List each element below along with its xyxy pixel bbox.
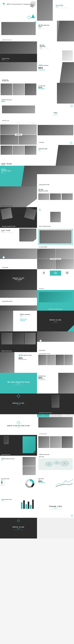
slide-three-picture[interactable]: THREE PICTURE SLIDE 85% xyxy=(0,83,37,104)
svg-point-4 xyxy=(49,464,49,464)
slide-garish[interactable]: GARISH GARISH PICTURE SLIDE xyxy=(37,248,74,269)
slide-together-1[interactable]: TOGETHER xyxy=(0,124,37,145)
slide-center-picture[interactable]: CENTER PICTURE SLIDE xyxy=(0,21,37,42)
slide-break-3[interactable]: BREAK SLIDE xyxy=(0,394,37,414)
slide-small-center[interactable]: SMALL CENTER PICTURE xyxy=(37,207,74,228)
slide-creative-team-3[interactable]: Portfolio WE ARE CREATIVE TEAM xyxy=(0,456,37,476)
slide-body-2: Lorem ipsum xyxy=(17,123,20,124)
slide-title: WE ARECREATIVE TEAM xyxy=(1,169,17,172)
slide-label: GARISH xyxy=(38,249,40,250)
slide-title: LEFT PICTURE xyxy=(56,5,73,6)
slide-row-25: COLUMN CHART SLIDE Lorem ipsum dolor sit… xyxy=(0,497,74,518)
slide-pie-chart[interactable]: PIE CHART SLIDE Category A Category B Ca… xyxy=(0,476,37,497)
slide-percent: 85% xyxy=(38,480,51,482)
slide-three-picture-dark[interactable]: THREE PICTURE SLIDE xyxy=(0,332,37,352)
slide-we-are-creative[interactable]: We Are WE ARE CREATIVE TEAM Lorem ipsum … xyxy=(37,21,74,42)
slide-picture-side[interactable]: Picture PICTURE SIDE 85% Lorem ipsum dol… xyxy=(37,373,74,394)
slide-creative-team-2[interactable]: Portfolio WE ARECREATIVE TEAM xyxy=(37,186,74,207)
slide-row-10: BREAK SLIDE PICTURE Portfolio WE ARECREA… xyxy=(0,186,74,207)
slide-map[interactable]: MAP SLIDE xyxy=(37,456,74,476)
slide-price[interactable]: BASIC $9 per month PRO $19 per month ENT… xyxy=(37,269,74,290)
slide-stat-2: Growth xyxy=(20,320,36,320)
slide-three-picture-white[interactable]: THREE PICTURE SLIDE xyxy=(37,435,74,456)
slide-we-are-creative-2[interactable]: Portfolio WE ARECREATIVE Lorem ipsum dol… xyxy=(37,42,74,62)
slide-title: BREAK SLIDE xyxy=(13,526,24,528)
slide-together-2[interactable]: TOGETHER xyxy=(37,124,74,145)
slide-body: Lorem ipsum dolor sit amet consectetur a… xyxy=(1,232,14,233)
slide-body-3: Lorem ipsum xyxy=(31,123,35,124)
slide-top-picture-2[interactable]: TOP PICTURE Lorem ipsum dolor sit amet xyxy=(37,332,74,352)
slide-title: SMALL CENTER PICTURE xyxy=(39,226,50,227)
svg-point-13 xyxy=(65,480,66,481)
logo-text: ROTI Presentation Template xyxy=(7,4,31,5)
slide-row-20: BREAK SLIDE MOCKUP BREAK SLIDE PICTURE xyxy=(0,394,74,414)
slide-left-picture[interactable]: Left Picture LEFT PICTURE Lorem ipsum do… xyxy=(37,0,74,21)
slide-horizontal-line[interactable]: Lorem ipsum Lorem ipsum Lorem ipsum HORI… xyxy=(0,104,37,124)
slide-percent: 97% xyxy=(38,86,54,88)
slide-cover[interactable]: ROTI Presentation Template xyxy=(0,0,37,21)
slide-title: PIE CHART SLIDE xyxy=(1,478,12,479)
slide-column-chart[interactable]: COLUMN CHART SLIDE Lorem ipsum dolor sit… xyxy=(0,497,37,518)
slide-title: FOUR HORIZONTAL PICTURE xyxy=(39,353,50,354)
slide-title-only[interactable]: TITLE Lorem ipsum dolor sit amet xyxy=(37,104,74,124)
slide-break-white[interactable]: BREAK SLIDE PICTURE SLIDE xyxy=(0,414,37,435)
price-value-2: $19 xyxy=(51,272,60,274)
slide-row-24: PIE CHART SLIDE Category A Category B Ca… xyxy=(0,476,74,497)
slide-title: THREE PICTURE SLIDE xyxy=(39,454,49,455)
slide-picture-border[interactable]: PICTURE BORDER xyxy=(37,228,74,248)
slide-center-teal[interactable]: CENTER PICTURE SLIDE xyxy=(37,290,74,311)
slide-body: Lorem ipsum dolor sit amet consectetur xyxy=(4,384,33,385)
slide-picture-right[interactable]: PICTURE RIGHT 97% Lorem ipsum dolor sit xyxy=(37,83,74,104)
slide-break-2[interactable]: BREAK SLIDE Lorem ipsum dolor sit amet xyxy=(37,311,74,332)
slide-title: GARISH PICTURE SLIDE xyxy=(51,258,60,259)
slide-creative-percent[interactable]: Portfolio WE ARE CREATIVE TEAM 85% xyxy=(0,352,37,373)
slide-top-picture[interactable]: TOP PICTURE Lorem ipsum dolor sit amet xyxy=(0,248,37,269)
slide-diagonal[interactable]: DIAGONAL SQUARE PICTURE xyxy=(0,207,37,228)
slide-empty xyxy=(37,518,74,538)
slide-phone-dark[interactable]: PHONE PICTURE SLIDE xyxy=(0,435,37,456)
slide-title: CENTER PICTURE SLIDE xyxy=(39,309,72,310)
slide-four-horizontal[interactable]: FOUR HORIZONTAL PICTURE xyxy=(37,352,74,373)
slide-body: Lorem ipsum dolor sit amet xyxy=(20,316,36,317)
slide-top-bottom[interactable]: TOP BOTTOMPICTURE SLIDE Lorem ipsum dolo… xyxy=(0,62,37,83)
slide-title: ANNUAL REPORT xyxy=(20,314,36,315)
price-value-3: $29 xyxy=(62,272,72,274)
slide-annual-report[interactable]: Annual ANNUAL REPORT Lorem ipsum dolor s… xyxy=(0,311,37,332)
slide-top-bottom-2[interactable]: TOP BOTTOM PICTURE Lorem ipsum dolor sit… xyxy=(37,166,74,186)
slide-mockup-dark[interactable]: MOCKUP BREAK SLIDE PICTURE xyxy=(37,394,74,414)
slide-top-bottom-3[interactable]: TOP BOTTOM PICTURE Lorem ipsum dolor xyxy=(0,290,37,311)
tab-label-3: TAB 03 xyxy=(67,415,69,416)
slide-body: Lorem ipsum dolor xyxy=(2,81,35,82)
slide-title: BREAK SLIDE xyxy=(13,402,24,404)
slide-title: TOP PICTURE xyxy=(2,267,35,268)
slide-creative-dark[interactable]: CREATIVE TEAM Lorem ipsum dolor sit amet xyxy=(0,42,37,62)
slide-title: TOP PICTURE xyxy=(39,350,72,351)
slide-title: PHONE PICTURE SLIDE xyxy=(1,454,10,455)
slide-title: TITLE xyxy=(37,112,74,114)
slide-break-dark[interactable]: BREAK SLIDE PICTURE xyxy=(0,269,37,290)
svg-point-8 xyxy=(27,481,32,486)
slide-title: BREAK SLIDE PICTURE xyxy=(2,206,35,206)
svg-rect-19 xyxy=(23,500,25,509)
slide-title: OUR TEAM xyxy=(1,163,36,165)
slide-tab-picture[interactable]: TAB 01 TAB 02 TAB 03 TAB PICTURE SLIDE xyxy=(37,414,74,435)
slide-your-picture[interactable]: YOUR YOUR PICTURE Lorem ipsum dolor sit … xyxy=(37,145,74,166)
slide-title: TOGETHER xyxy=(39,142,44,144)
slide-body: Lorem ipsum dolor sit xyxy=(38,90,54,90)
slide-title: TOP BOTTOM PICTURE xyxy=(39,184,72,185)
slide-line-chart[interactable]: LINE CHART 85% xyxy=(37,476,74,497)
slide-title: YOUR PICTURE xyxy=(38,148,53,150)
slide-thank-you[interactable]: THANK YOU Lorem ipsum dolor sit amet con… xyxy=(37,497,74,518)
slide-creative-teal-2[interactable]: WE ARE CREATIVE TEAM Lorem ipsum dolor s… xyxy=(0,373,37,394)
slide-creative-teal[interactable]: Portfolio WE ARECREATIVE TEAM Lorem ipsu… xyxy=(0,166,37,186)
slide-row-14: BREAK SLIDE PICTURE BASIC $9 per month P… xyxy=(0,269,74,290)
slide-our-team[interactable]: OUR TEAM xyxy=(0,145,37,166)
slide-percent: 85% xyxy=(1,100,12,102)
slide-title: WE ARE CREATIVE TEAM xyxy=(4,381,33,383)
slide-company-profile[interactable]: Company COMPANY PROFILE 85% xyxy=(37,62,74,83)
slide-our-team-2[interactable]: OUR TEAM Lorem ipsum dolor sit amet cons… xyxy=(0,228,37,248)
slide-break-final[interactable]: BREAK SLIDE Lorem ipsum dolor sit amet c… xyxy=(0,518,37,538)
slide-body: Lorem ipsum dolor sit amet consectetur a… xyxy=(40,48,50,50)
slide-break-1[interactable]: BREAK SLIDE PICTURE xyxy=(0,186,37,207)
slide-title: BREAK SLIDE PICTURE SLIDE xyxy=(4,425,33,426)
